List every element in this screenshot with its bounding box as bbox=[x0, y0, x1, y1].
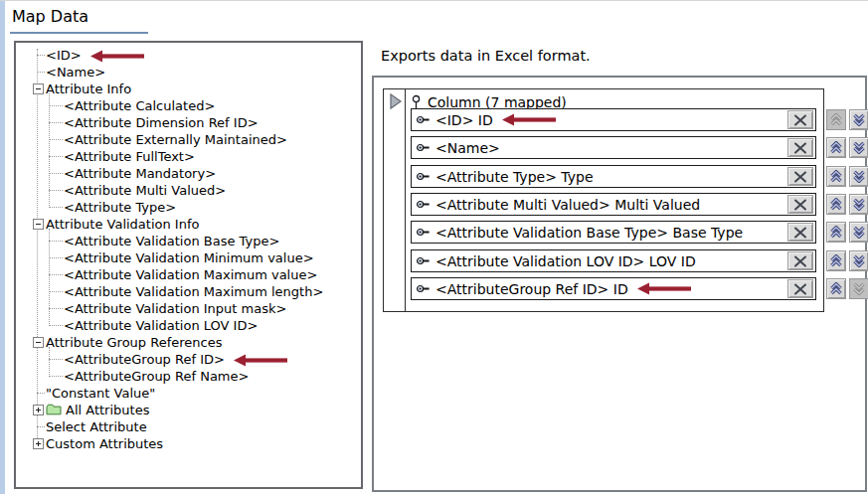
tree-item-label: Custom Attributes bbox=[46, 435, 163, 452]
tree-guide-line bbox=[49, 93, 50, 208]
move-down-button[interactable] bbox=[849, 250, 868, 271]
move-down-button[interactable] bbox=[849, 166, 868, 187]
tree-item[interactable]: <Attribute Dimension Ref ID> bbox=[16, 114, 361, 131]
tree-item[interactable]: <Attribute Validation Maximum length> bbox=[16, 283, 361, 300]
move-up-button[interactable] bbox=[826, 278, 846, 299]
tree-connector bbox=[49, 257, 63, 258]
mapping-label: <AttributeGroup Ref ID> ID bbox=[435, 281, 628, 297]
collapse-minus-icon[interactable] bbox=[33, 83, 44, 94]
tree-item[interactable]: <Attribute Validation Maximum value> bbox=[16, 266, 361, 283]
tree-item[interactable]: Attribute Info bbox=[16, 81, 361, 97]
chevron-up-icon bbox=[829, 282, 843, 295]
tree-item-label: <Attribute Multi Valued> bbox=[64, 182, 226, 199]
remove-mapping-button[interactable] bbox=[787, 223, 813, 242]
tree-item[interactable]: Attribute Validation Info bbox=[16, 216, 361, 233]
move-up-button[interactable] bbox=[826, 222, 846, 243]
move-down-button[interactable] bbox=[849, 222, 868, 243]
tree-item[interactable]: Attribute Group References bbox=[16, 334, 361, 351]
tree-connector bbox=[49, 207, 63, 208]
folder-icon bbox=[46, 404, 62, 415]
tree-guide-line bbox=[49, 347, 50, 377]
move-up-button[interactable] bbox=[826, 137, 846, 158]
annotation-arrow-icon bbox=[90, 50, 145, 63]
page-title: Map Data bbox=[12, 7, 88, 26]
tree-item[interactable]: <AttributeGroup Ref ID> bbox=[16, 351, 361, 368]
mapping-row[interactable]: <Attribute Validation Base Type> Base Ty… bbox=[411, 221, 816, 244]
annotation-arrow-icon bbox=[637, 282, 692, 295]
tree-guide-line bbox=[49, 229, 50, 326]
move-down-button[interactable] bbox=[849, 109, 868, 130]
tree-item-label: <AttributeGroup Ref Name> bbox=[64, 368, 249, 385]
mapped-field-icon bbox=[416, 142, 431, 153]
mapping-row[interactable]: <AttributeGroup Ref ID> ID bbox=[411, 277, 816, 300]
remove-mapping-button[interactable] bbox=[787, 251, 813, 270]
tree-item[interactable]: <Attribute Externally Maintained> bbox=[16, 131, 361, 148]
tree-connector bbox=[49, 105, 63, 106]
mapping-row[interactable]: <ID> ID bbox=[411, 108, 816, 131]
tree-item-label: <AttributeGroup Ref ID> bbox=[64, 351, 225, 368]
remove-mapping-button[interactable] bbox=[787, 138, 813, 157]
source-tree: <ID><Name>Attribute Info<Attribute Calcu… bbox=[14, 41, 363, 489]
tree-item-label: <Attribute Calculated> bbox=[64, 97, 215, 114]
move-up-button[interactable] bbox=[826, 194, 846, 215]
remove-mapping-button[interactable] bbox=[787, 195, 813, 214]
move-down-button[interactable] bbox=[849, 137, 868, 158]
remove-mapping-button[interactable] bbox=[787, 279, 813, 298]
tree-item[interactable]: <Attribute Mandatory> bbox=[16, 165, 361, 182]
chevron-up-icon bbox=[829, 254, 843, 267]
tree-item[interactable]: <Attribute Validation Input mask> bbox=[16, 300, 361, 317]
mapping-row[interactable]: <Name> bbox=[411, 136, 816, 159]
tree-item[interactable]: <AttributeGroup Ref Name> bbox=[16, 368, 361, 385]
remove-x-icon bbox=[793, 255, 807, 267]
remove-mapping-button[interactable] bbox=[787, 110, 813, 129]
mapping-row[interactable]: <Attribute Type> Type bbox=[411, 165, 816, 188]
tree-item-label: <Attribute Validation LOV ID> bbox=[64, 317, 258, 334]
tree-connector bbox=[49, 376, 63, 377]
tree-item-label: <Attribute Validation Maximum length> bbox=[64, 283, 323, 300]
move-up-button[interactable] bbox=[826, 166, 846, 187]
move-up-button[interactable] bbox=[826, 250, 846, 271]
mapping-row[interactable]: <Attribute Validation LOV ID> LOV ID bbox=[411, 249, 816, 272]
collapse-minus-icon[interactable] bbox=[33, 337, 44, 348]
chevron-down-icon bbox=[852, 226, 866, 239]
tree-item[interactable]: "Constant Value" bbox=[16, 385, 361, 402]
remove-x-icon bbox=[793, 171, 807, 183]
move-down-button bbox=[849, 278, 868, 299]
tree-item[interactable]: <Attribute Type> bbox=[16, 199, 361, 216]
tree-item[interactable]: <Attribute FullText> bbox=[16, 148, 361, 165]
divider bbox=[405, 89, 406, 311]
collapse-minus-icon[interactable] bbox=[33, 219, 44, 230]
tree-item[interactable]: All Attributes bbox=[16, 402, 361, 418]
tree-item[interactable]: <Name> bbox=[16, 64, 361, 81]
tree-item[interactable]: <ID> bbox=[16, 47, 361, 64]
tree-connector bbox=[37, 426, 45, 427]
remove-x-icon bbox=[793, 114, 807, 126]
mapping-row[interactable]: <Attribute Multi Valued> Multi Valued bbox=[411, 193, 816, 216]
tree-item[interactable]: <Attribute Multi Valued> bbox=[16, 182, 361, 199]
expand-plus-icon[interactable] bbox=[33, 438, 44, 449]
tree-item[interactable]: Select Attribute bbox=[16, 418, 361, 435]
mapped-field-icon bbox=[416, 171, 431, 182]
title-underline bbox=[10, 32, 148, 34]
mapped-field-icon bbox=[416, 283, 431, 294]
chevron-down-icon bbox=[852, 282, 866, 295]
chevron-down-icon bbox=[852, 141, 866, 154]
move-down-button[interactable] bbox=[849, 194, 868, 215]
tree-item[interactable]: <Attribute Calculated> bbox=[16, 97, 361, 114]
tree-item[interactable]: <Attribute Validation Base Type> bbox=[16, 233, 361, 249]
chevron-up-icon bbox=[829, 113, 843, 126]
chevron-down-icon bbox=[852, 254, 866, 267]
expand-plus-icon[interactable] bbox=[33, 405, 44, 415]
chevron-down-icon bbox=[852, 170, 866, 183]
remove-mapping-button[interactable] bbox=[787, 167, 813, 186]
chevron-up-icon bbox=[829, 226, 843, 239]
chevron-down-icon bbox=[852, 113, 866, 126]
left-accent-strip bbox=[0, 1, 5, 494]
mapping-label: <Attribute Multi Valued> Multi Valued bbox=[435, 197, 700, 213]
panel-expander-button[interactable] bbox=[387, 91, 404, 111]
mapped-field-icon bbox=[416, 199, 431, 210]
tree-item[interactable]: <Attribute Validation LOV ID> bbox=[16, 317, 361, 334]
tree-item[interactable]: Custom Attributes bbox=[16, 435, 361, 452]
mapping-label: <Attribute Type> Type bbox=[435, 169, 594, 185]
tree-item[interactable]: <Attribute Validation Minimum value> bbox=[16, 249, 361, 266]
